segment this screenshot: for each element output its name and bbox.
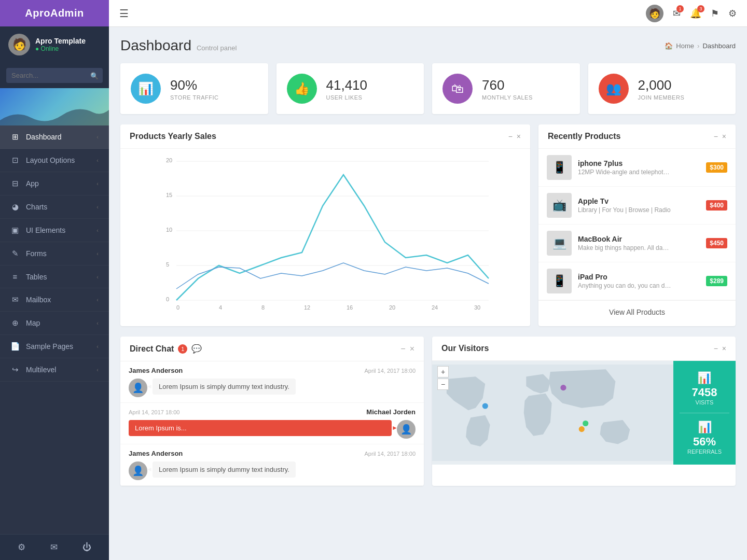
products-minimize-button[interactable]: − <box>714 132 718 141</box>
chart-area: 20 15 10 5 0 0 4 8 <box>120 149 530 326</box>
svg-text:20: 20 <box>166 157 172 163</box>
product-item-macbook: 💻 MacBook Air Make big things happen. Al… <box>538 225 736 262</box>
bell-badge: 3 <box>697 5 704 12</box>
online-status: ● Online <box>35 45 86 52</box>
user-avatar[interactable]: 🧑 <box>646 5 663 22</box>
chat-close-button[interactable]: × <box>410 344 414 354</box>
mail-icon-button[interactable]: ✉ 1 <box>673 8 681 19</box>
referrals-label: REFERRALS <box>687 449 722 455</box>
recently-products-title: Recently Products <box>548 132 620 141</box>
gear-icon-button[interactable]: ⚙ <box>728 8 737 19</box>
breadcrumb: 🏠 Home › Dashboard <box>665 42 736 50</box>
chevron-icon: ‹ <box>96 367 99 373</box>
svg-point-19 <box>482 403 488 409</box>
breadcrumb-home[interactable]: Home <box>676 42 694 50</box>
sidebar-item-label: App <box>26 179 39 188</box>
sidebar-item-label: Dashboard <box>26 133 62 141</box>
main-content: ☰ 🧑 ✉ 1 🔔 3 ⚑ ⚙ Dashboard Control panel <box>109 0 747 560</box>
map-zoom-out[interactable]: − <box>437 379 449 390</box>
settings-button[interactable]: ⚙ <box>18 542 25 553</box>
chart-title: Products Yearly Sales <box>130 132 216 141</box>
sidebar-profile: 🧑 Apro Template ● Online <box>0 26 109 63</box>
sidebar-item-ui-elements[interactable]: ▣ UI Elements ‹ <box>0 219 109 242</box>
chat-avatar: 👤 <box>129 379 147 397</box>
layout-icon: ⊡ <box>10 156 20 165</box>
chat-sender: James Anderson <box>129 450 183 457</box>
chat-time: April 14, 2017 18:00 <box>365 368 416 374</box>
product-item-iphone: 📱 iphone 7plus 12MP Wide-angle and telep… <box>538 149 736 187</box>
stat-card-user-likes: 👍 41,410 USER LIKES <box>276 63 424 114</box>
sidebar-item-label: UI Elements <box>26 226 65 234</box>
multilevel-icon: ↪ <box>10 365 20 374</box>
view-all-button[interactable]: View All Products <box>538 300 736 324</box>
breadcrumb-current: Dashboard <box>702 42 736 50</box>
mail-button[interactable]: ✉ <box>50 542 58 553</box>
products-close-button[interactable]: × <box>722 132 726 141</box>
page-header: Dashboard Control panel 🏠 Home › Dashboa… <box>120 37 736 54</box>
chevron-icon: ‹ <box>96 274 99 280</box>
sales-chart-svg: 20 15 10 5 0 0 4 8 <box>130 154 521 320</box>
chart-minimize-button[interactable]: − <box>508 132 513 141</box>
breadcrumb-separator: › <box>697 42 699 50</box>
product-thumbnail: 📱 <box>547 269 572 293</box>
sidebar-search-area: 🔍 <box>0 63 109 88</box>
svg-point-21 <box>579 426 585 432</box>
referrals-icon: 📊 <box>687 421 722 434</box>
product-name: MacBook Air <box>578 235 700 243</box>
power-button[interactable]: ⏻ <box>82 542 91 553</box>
visitors-title: Our Visitors <box>441 344 489 353</box>
sidebar-item-mailbox[interactable]: ✉ Mailbox ‹ <box>0 288 109 312</box>
page-title: Dashboard <box>120 37 191 54</box>
user-likes-label: USER LIKES <box>326 94 368 101</box>
product-item-ipad: 📱 iPad Pro Anything you can do, you can … <box>538 262 736 300</box>
visits-stat: 📊 7458 VISITS <box>692 371 717 405</box>
hamburger-button[interactable]: ☰ <box>119 7 129 20</box>
join-members-value: 2,000 <box>638 77 685 93</box>
world-map: + − <box>432 361 673 465</box>
product-name: iPad Pro <box>578 273 700 281</box>
chevron-icon: ‹ <box>96 297 99 303</box>
chat-message-1: James Anderson April 14, 2017 18:00 👤 Lo… <box>120 361 424 403</box>
sidebar-item-multilevel[interactable]: ↪ Multilevel ‹ <box>0 358 109 382</box>
chevron-icon: ‹ <box>96 134 99 140</box>
sales-chart-card: Products Yearly Sales − × 20 15 10 5 0 <box>120 124 530 326</box>
sidebar-item-charts[interactable]: ◕ Charts ‹ <box>0 195 109 219</box>
avatar: 🧑 <box>8 34 30 55</box>
product-desc: Make big things happen. All day long. <box>578 244 671 251</box>
search-input[interactable] <box>6 68 103 83</box>
svg-text:12: 12 <box>304 304 310 311</box>
sidebar-item-map[interactable]: ⊕ Map ‹ <box>0 312 109 335</box>
chat-minimize-button[interactable]: − <box>400 344 405 354</box>
map-zoom-in[interactable]: + <box>437 366 449 377</box>
visitors-close-button[interactable]: × <box>722 344 726 353</box>
svg-text:20: 20 <box>389 304 395 311</box>
product-desc: Anything you can do, you can do better. <box>578 282 671 289</box>
sidebar-item-label: Mailbox <box>26 296 51 304</box>
product-desc: Library | For You | Browse | Radio <box>578 206 671 214</box>
chevron-icon: ‹ <box>96 250 99 257</box>
product-item-appletv: 📺 Apple Tv Library | For You | Browse | … <box>538 187 736 225</box>
chat-bubble: Lorem Ipsum is simply dummy text industr… <box>153 379 296 395</box>
visits-label: VISITS <box>692 399 717 405</box>
product-desc: 12MP Wide-angle and telephoto came... <box>578 169 671 176</box>
flag-icon-button[interactable]: ⚑ <box>711 8 719 19</box>
sidebar-item-app[interactable]: ⊟ App ‹ <box>0 172 109 195</box>
visitors-card: Our Visitors − × <box>432 337 736 486</box>
sidebar-item-label: Charts <box>26 203 47 211</box>
sidebar-item-tables[interactable]: ≡ Tables ‹ <box>0 265 109 288</box>
visitors-body: + − 📊 7458 VISITS 📊 <box>432 361 736 465</box>
sidebar-item-layout-options[interactable]: ⊡ Layout Options ‹ <box>0 149 109 172</box>
visitors-minimize-button[interactable]: − <box>714 344 718 353</box>
product-list: 📱 iphone 7plus 12MP Wide-angle and telep… <box>538 149 736 300</box>
visits-value: 7458 <box>692 386 717 399</box>
chat-avatar: 👤 <box>397 420 416 439</box>
svg-text:4: 4 <box>219 304 222 311</box>
chevron-icon: ‹ <box>96 320 99 326</box>
topbar: ☰ 🧑 ✉ 1 🔔 3 ⚑ ⚙ <box>109 0 747 27</box>
sidebar-item-dashboard[interactable]: ⊞ Dashboard ‹ <box>0 125 109 149</box>
sidebar-item-sample-pages[interactable]: 📄 Sample Pages ‹ <box>0 335 109 358</box>
bell-icon-button[interactable]: 🔔 3 <box>690 8 701 19</box>
sidebar-item-forms[interactable]: ✎ Forms ‹ <box>0 242 109 265</box>
user-likes-icon: 👍 <box>287 74 317 104</box>
chart-close-button[interactable]: × <box>517 132 521 141</box>
